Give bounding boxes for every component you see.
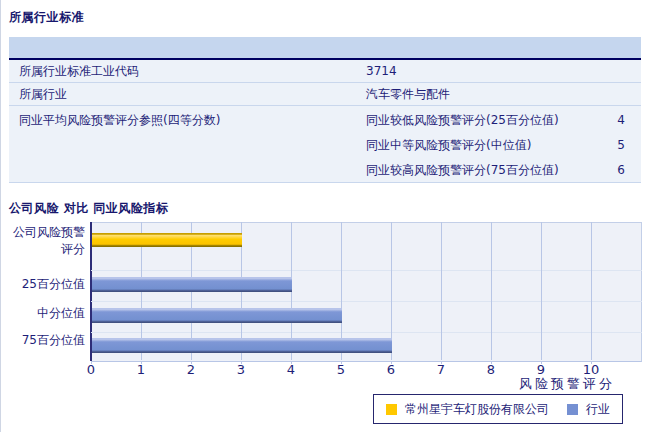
x-tick-label: 8 <box>476 362 506 377</box>
chart-bar <box>92 277 292 292</box>
row-label-industry: 所属行业 <box>9 83 366 105</box>
table-row-quartile: 同业平均风险预警评分参照(四等分数) 同业较低风险预警评分(25百分位值) 4 … <box>9 106 641 183</box>
legend-label: 行业 <box>586 401 610 418</box>
quartile-item-75th: 同业较高风险预警评分(75百分位值) 6 <box>366 158 641 183</box>
quartile-item-value: 4 <box>611 108 625 133</box>
plot-row-separator <box>91 301 642 302</box>
grid-line <box>541 222 542 360</box>
quartile-item-25th: 同业较低风险预警评分(25百分位值) 4 <box>366 108 641 133</box>
industry-table: 所属行业标准工业代码 3714 所属行业 汽车零件与配件 同业平均风险预警评分参… <box>9 37 641 183</box>
x-tick-label: 2 <box>176 362 206 377</box>
category-label: 75百分位值 <box>5 332 85 349</box>
x-tick-label: 6 <box>376 362 406 377</box>
category-label: 25百分位值 <box>5 276 85 293</box>
plot-row-separator <box>91 270 642 271</box>
chart-bar <box>92 233 242 247</box>
x-tick-label: 3 <box>226 362 256 377</box>
row-value-industry: 汽车零件与配件 <box>366 83 641 105</box>
legend-swatch <box>567 404 578 415</box>
quartile-item-median: 同业中等风险预警评分(中位值) 5 <box>366 133 641 158</box>
chart-bar <box>92 338 392 353</box>
x-tick-label: 0 <box>76 362 106 377</box>
x-tick-label: 7 <box>426 362 456 377</box>
industry-standard-panel: 所属行业标准 所属行业标准工业代码 3714 所属行业 汽车零件与配件 同业平均… <box>0 0 648 432</box>
row-label-quartile-reference: 同业平均风险预警评分参照(四等分数) <box>9 108 366 133</box>
x-tick-label: 10 <box>576 362 606 377</box>
grid-line <box>441 222 442 360</box>
table-row: 所属行业 汽车零件与配件 <box>9 83 641 106</box>
chart-x-axis-title: 风险预警评分 <box>415 375 615 393</box>
grid-line <box>491 222 492 360</box>
table-header-row <box>9 37 641 60</box>
quartile-item-label: 同业中等风险预警评分(中位值) <box>366 133 531 158</box>
chart-bar <box>92 308 342 323</box>
quartile-item-label: 同业较高风险预警评分(75百分位值) <box>366 158 559 183</box>
quartile-item-value: 6 <box>611 158 625 183</box>
row-value-industry-code: 3714 <box>366 60 641 82</box>
x-tick-label: 4 <box>276 362 306 377</box>
legend-swatch <box>386 404 397 415</box>
chart-legend: 常州星宇车灯股份有限公司行业 <box>373 394 623 424</box>
quartile-item-label: 同业较低风险预警评分(25百分位值) <box>366 108 559 133</box>
category-label: 公司风险预警评分 <box>5 224 85 258</box>
x-tick-label: 1 <box>126 362 156 377</box>
legend-label: 常州星宇车灯股份有限公司 <box>405 401 549 418</box>
row-label-industry-code: 所属行业标准工业代码 <box>9 60 366 82</box>
grid-line <box>591 222 592 360</box>
section-title-industry-standard: 所属行业标准 <box>9 9 84 26</box>
x-tick-label: 5 <box>326 362 356 377</box>
x-tick-label: 9 <box>526 362 556 377</box>
quartile-item-value: 5 <box>611 133 625 158</box>
legend-item: 行业 <box>567 401 610 418</box>
quartile-list: 同业较低风险预警评分(25百分位值) 4 同业中等风险预警评分(中位值) 5 同… <box>366 108 641 183</box>
category-label: 中分位值 <box>5 305 85 322</box>
table-row: 所属行业标准工业代码 3714 <box>9 60 641 83</box>
section-title-risk-comparison: 公司风险 对比 同业风险指标 <box>9 200 168 217</box>
plot-row-separator <box>91 332 642 333</box>
legend-item: 常州星宇车灯股份有限公司 <box>386 401 549 418</box>
